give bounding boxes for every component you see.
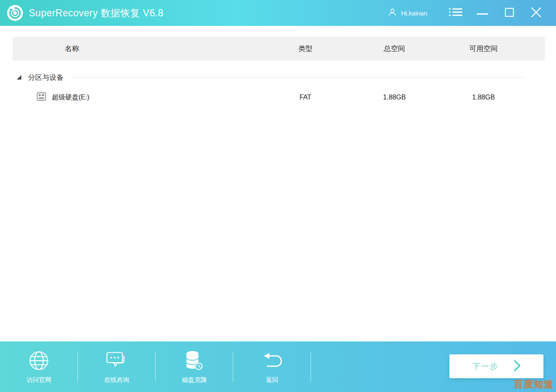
drive-icon xyxy=(37,92,46,102)
close-icon xyxy=(531,7,541,19)
watermark: 百度知道 xyxy=(514,378,554,391)
table-header: 名称 类型 总空间 可用空间 xyxy=(13,37,545,61)
globe-icon xyxy=(28,349,49,372)
bottom-toolbar: 访问官网 在线咨询 xyxy=(0,341,556,392)
tree-expand-arrow-icon[interactable] xyxy=(17,75,21,80)
tree-group-row: 分区与设备 xyxy=(17,71,525,83)
chevron-right-icon xyxy=(514,360,521,373)
column-header-total: 总空间 xyxy=(350,44,439,53)
device-name: 超级硬盘(E:) xyxy=(52,93,89,102)
column-header-name: 名称 xyxy=(13,44,261,53)
disk-clone-button[interactable]: 磁盘克隆 xyxy=(156,341,233,392)
titlebar-controls: Hi,kainan xyxy=(388,4,549,22)
user-greeting: Hi,kainan xyxy=(401,10,427,17)
back-button[interactable]: 返回 xyxy=(233,341,311,392)
back-icon xyxy=(262,349,283,372)
app-window: SuperRecovery 数据恢复 V6.8 Hi,kainan xyxy=(0,0,556,392)
minimize-icon xyxy=(477,9,488,17)
maximize-icon xyxy=(505,8,514,19)
table-row[interactable]: 超级硬盘(E:) FAT 1.88GB 1.88GB xyxy=(13,90,545,105)
close-button[interactable] xyxy=(523,4,549,22)
column-header-available: 可用空间 xyxy=(439,44,528,53)
online-consult-button[interactable]: 在线咨询 xyxy=(78,341,156,392)
titlebar: SuperRecovery 数据恢复 V6.8 Hi,kainan xyxy=(0,0,556,26)
device-type: FAT xyxy=(261,94,350,101)
device-list-panel: 名称 类型 总空间 可用空间 分区与设备 超级硬盘(E:) xyxy=(0,26,556,341)
next-step-label: 下一步 xyxy=(472,361,499,372)
toolbar-item-label: 返回 xyxy=(266,376,278,384)
menu-button[interactable] xyxy=(442,4,469,22)
device-available-space: 1.88GB xyxy=(439,94,528,101)
maximize-button[interactable] xyxy=(496,4,523,22)
app-logo-icon xyxy=(7,5,23,21)
toolbar-item-label: 在线咨询 xyxy=(104,376,129,384)
user-account[interactable]: Hi,kainan xyxy=(388,8,427,19)
device-total-space: 1.88GB xyxy=(350,94,439,101)
menu-list-icon xyxy=(449,7,462,19)
tree-divider xyxy=(69,77,525,78)
disk-clone-icon xyxy=(185,349,204,372)
column-header-type: 类型 xyxy=(261,44,350,53)
chat-icon xyxy=(106,349,128,372)
user-icon xyxy=(388,8,397,19)
toolbar-item-label: 访问官网 xyxy=(26,376,51,384)
app-title: SuperRecovery 数据恢复 V6.8 xyxy=(29,7,163,20)
minimize-button[interactable] xyxy=(469,4,496,22)
toolbar-item-label: 磁盘克隆 xyxy=(182,376,207,384)
tree-group-label: 分区与设备 xyxy=(28,73,64,82)
toolbar-nav: 访问官网 在线咨询 xyxy=(0,341,311,392)
visit-website-button[interactable]: 访问官网 xyxy=(0,341,78,392)
next-step-button[interactable]: 下一步 xyxy=(449,354,543,378)
